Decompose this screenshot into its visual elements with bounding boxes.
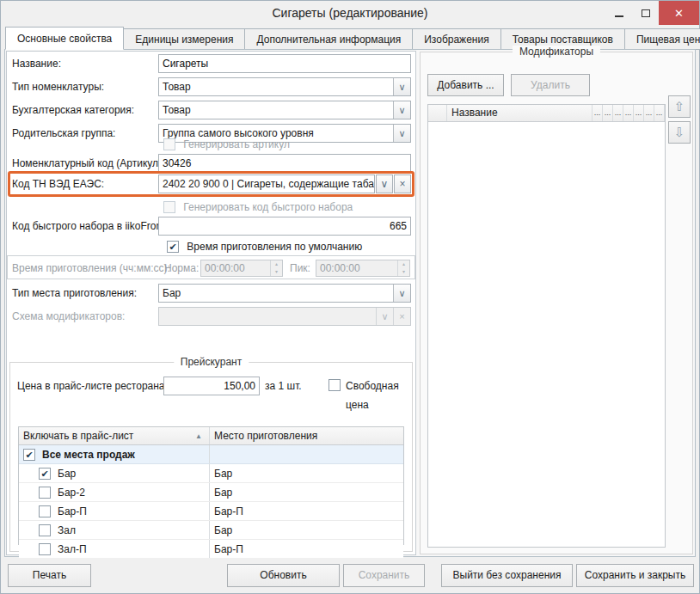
table-row[interactable]: Зал-П Бар-П	[19, 540, 403, 559]
name-label: Название:	[12, 54, 61, 73]
modifier-scheme-row: Схема модификаторов: ∨ ×	[7, 307, 415, 326]
price-row: Цена в прайс-листе ресторана: за 1 шт. С…	[10, 377, 412, 395]
window-title: Сигареты (редактирование)	[1, 1, 699, 25]
row-checkbox[interactable]	[39, 524, 51, 536]
default-cook-time-label: Время приготовления по умолчанию	[187, 241, 362, 253]
modifiers-table: Название ... ... ... ... ... ... ...	[427, 104, 666, 548]
nomenclature-type-select[interactable]: Товар ∨	[158, 77, 411, 96]
table-row-all-places[interactable]: ✔ Все места продаж	[19, 445, 403, 464]
tnved-label: Код ТН ВЭД ЕАЭС:	[12, 175, 104, 193]
name-row: Название:	[7, 54, 415, 73]
close-button[interactable]: ✕	[659, 1, 699, 25]
save-button: Сохранить	[343, 564, 425, 587]
sort-ascending-icon: ▲	[195, 432, 202, 440]
spin-down-icon: ▾	[271, 268, 282, 276]
clear-icon: ×	[399, 178, 405, 190]
table-row[interactable]: Зал Бар	[19, 521, 403, 540]
nomenclature-type-label: Тип номенклатуры:	[12, 77, 104, 96]
cook-place-type-select[interactable]: Бар ∨	[158, 284, 411, 303]
modifiers-selector-column	[428, 105, 447, 121]
spin-up-icon: ▴	[271, 260, 282, 268]
maximize-button[interactable]	[632, 1, 659, 25]
tnved-dropdown-button[interactable]: ∨	[376, 175, 393, 193]
arrow-up-icon: ⇧	[674, 99, 685, 114]
modifiers-extra-column[interactable]: ...	[644, 105, 654, 121]
minimize-button[interactable]	[605, 1, 632, 25]
modifiers-name-column[interactable]: Название	[447, 105, 593, 121]
tnved-clear-button[interactable]: ×	[394, 175, 411, 193]
default-cook-time-checkbox[interactable]: ✔	[167, 241, 179, 253]
cook-place-type-row: Тип места приготовления: Бар ∨	[7, 284, 415, 303]
refresh-button[interactable]: Обновить	[227, 564, 340, 587]
column-include-in-price-list[interactable]: Включать в прайс-лист ▲	[19, 427, 210, 444]
row-checkbox[interactable]: ✔	[23, 449, 35, 461]
modifiers-extra-column[interactable]: ...	[593, 105, 603, 121]
cook-time-norm-spinner: 00:00:00 ▴▾	[200, 260, 283, 277]
tab-basic-properties[interactable]: Основные свойства	[5, 27, 124, 50]
chevron-down-icon[interactable]: ∨	[393, 78, 410, 95]
delete-modifier-button: Удалить	[511, 74, 590, 96]
modifiers-group-title: Модификаторы	[513, 46, 600, 58]
save-and-close-button[interactable]: Сохранить и закрыть	[576, 564, 694, 587]
default-cook-time-checkbox-row: ✔ Время приготовления по умолчанию	[167, 239, 362, 253]
row-checkbox[interactable]	[39, 505, 51, 517]
table-row[interactable]: ✔ Бар Бар	[19, 464, 403, 483]
modifiers-extra-column[interactable]: ...	[623, 105, 634, 121]
spin-down-icon: ▾	[398, 268, 409, 276]
chevron-down-icon: ∨	[376, 308, 393, 325]
generate-article-label: Генерировать артикул	[183, 138, 290, 150]
maximize-icon	[642, 9, 650, 17]
modifiers-extra-column[interactable]: ...	[613, 105, 623, 121]
modifiers-extra-column[interactable]: ...	[654, 105, 665, 121]
table-row[interactable]: Бар-2 Бар	[19, 483, 403, 502]
chevron-down-icon[interactable]: ∨	[393, 101, 410, 119]
column-cook-place[interactable]: Место приготовления	[210, 427, 403, 444]
cook-time-label: Время приготовления (чч:мм:сс):	[12, 260, 170, 277]
modifiers-group: Модификаторы Добавить ... Удалить Назван…	[420, 52, 693, 554]
price-list-table: Включать в прайс-лист ▲ Место приготовле…	[18, 426, 404, 545]
row-checkbox[interactable]: ✔	[39, 468, 51, 480]
article-code-input[interactable]	[158, 154, 411, 173]
tab-units[interactable]: Единицы измерения	[124, 28, 245, 50]
free-price-checkbox[interactable]	[329, 379, 341, 391]
move-up-button: ⇧	[668, 95, 691, 118]
modifiers-extra-column[interactable]: ...	[603, 105, 613, 121]
nomenclature-type-row: Тип номенклатуры: Товар ∨	[7, 77, 415, 96]
row-checkbox[interactable]	[39, 487, 51, 499]
tab-nutrition[interactable]: Пищевая ценность	[625, 28, 700, 50]
add-modifier-button[interactable]: Добавить ...	[427, 74, 504, 96]
tab-images[interactable]: Изображения	[413, 28, 500, 50]
exit-without-saving-button[interactable]: Выйти без сохранения	[441, 564, 573, 587]
price-input[interactable]	[163, 377, 260, 395]
price-list-group: Прейскурант Цена в прайс-листе ресторана…	[9, 362, 413, 552]
tnved-row: Код ТН ВЭД ЕАЭС: 2402 20 900 0 | Сигарет…	[7, 175, 415, 193]
generate-quick-code-checkbox-row: Генерировать код быстрого набора	[163, 199, 353, 213]
generate-quick-code-checkbox	[163, 201, 175, 213]
quick-code-input[interactable]	[158, 217, 411, 236]
table-row[interactable]: Бар-П Бар-П	[19, 502, 403, 521]
modifier-scheme-label: Схема модификаторов:	[12, 307, 125, 326]
price-unit-label: за 1 шт.	[265, 377, 302, 395]
article-code-row: Номенклатурный код (Артикул):	[7, 154, 415, 173]
cook-time-row: Время приготовления (чч:мм:сс): Норма: 0…	[7, 255, 415, 279]
tab-additional-info[interactable]: Дополнительная информация	[245, 28, 413, 50]
free-price-label: Свободная цена	[346, 377, 412, 414]
accounting-category-select[interactable]: Товар ∨	[158, 101, 411, 119]
tnved-input[interactable]: 2402 20 900 0 | Сигареты, содержащие таб…	[158, 175, 375, 193]
price-label: Цена в прайс-листе ресторана:	[17, 377, 168, 395]
price-list-group-title: Прейскурант	[174, 356, 249, 368]
titlebar: Сигареты (редактирование) ✕	[1, 1, 699, 25]
properties-form: Название: Тип номенклатуры: Товар ∨ Бухг…	[6, 51, 416, 555]
print-button[interactable]: Печать	[8, 564, 91, 587]
price-list-table-header: Включать в прайс-лист ▲ Место приготовле…	[19, 427, 403, 445]
chevron-down-icon[interactable]: ∨	[393, 285, 410, 302]
name-input[interactable]	[158, 54, 411, 73]
generate-quick-code-label: Генерировать код быстрого набора	[183, 201, 353, 213]
tab-page-basic-properties: Название: Тип номенклатуры: Товар ∨ Бухг…	[4, 49, 696, 557]
chevron-down-icon[interactable]: ∨	[393, 125, 410, 142]
modifiers-table-header: Название ... ... ... ... ... ... ...	[428, 105, 665, 122]
arrow-down-icon: ⇩	[674, 125, 685, 140]
modifiers-extra-column[interactable]: ...	[634, 105, 644, 121]
cook-time-peak-spinner: 00:00:00 ▴▾	[316, 260, 410, 277]
row-checkbox[interactable]	[39, 543, 51, 555]
